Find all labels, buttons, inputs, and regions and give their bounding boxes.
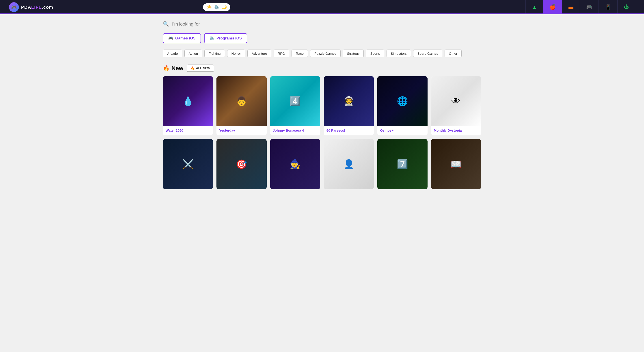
logo[interactable]: 🎮 PDALIFE.com bbox=[9, 2, 53, 12]
game-card-game10[interactable]: 👤 bbox=[324, 139, 374, 189]
genre-btn-action[interactable]: Action bbox=[184, 50, 202, 57]
game-thumb-johnny-bonasera-4: 4️⃣ bbox=[270, 76, 320, 126]
games-row-1: 💧Water 2050👨Yesterday4️⃣Johnny Bonasera … bbox=[163, 76, 481, 135]
genre-btn-fighting[interactable]: Fighting bbox=[204, 50, 225, 57]
game-title-monthly-dystopia: Monthly Dystopia bbox=[431, 126, 481, 135]
game-card-johnny-bonasera-4[interactable]: 4️⃣Johnny Bonasera 4 bbox=[270, 76, 320, 135]
mobile-icon: 📱 bbox=[605, 4, 611, 10]
game-card-game8[interactable]: 🎯 bbox=[216, 139, 266, 189]
playstation-nav[interactable]: 🎮 bbox=[580, 0, 598, 14]
game-title-johnny-bonasera-4: Johnny Bonasera 4 bbox=[270, 126, 320, 135]
game-title-osmos: Osmos+ bbox=[377, 126, 427, 135]
platform-nav: ▲ 🍎 ▬ 🎮 📱 ⏻ bbox=[526, 0, 635, 14]
search-bar: 🔍 bbox=[163, 21, 481, 27]
game-thumb-game12: 📖 bbox=[431, 139, 481, 189]
xbox-icon: ▬ bbox=[568, 4, 574, 10]
game-card-game12[interactable]: 📖 bbox=[431, 139, 481, 189]
all-new-button[interactable]: 🔥 ALL NEW bbox=[187, 65, 214, 72]
genre-btn-puzzle-games[interactable]: Puzzle Games bbox=[310, 50, 340, 57]
game-thumb-game8: 🎯 bbox=[216, 139, 266, 189]
game-thumb-monthly-dystopia: 👁 bbox=[431, 76, 481, 126]
genre-btn-horror[interactable]: Horror bbox=[227, 50, 245, 57]
genre-btn-strategy[interactable]: Strategy bbox=[343, 50, 364, 57]
apple-icon: 🍎 bbox=[550, 4, 556, 10]
game-thumb-game9: 🧙 bbox=[270, 139, 320, 189]
logo-icon: 🎮 bbox=[9, 2, 19, 12]
main-content: 🔍 🎮 Games iOS ⚙️ Programs iOS ArcadeActi… bbox=[154, 14, 490, 200]
game-card-yesterday[interactable]: 👨Yesterday bbox=[216, 76, 266, 135]
game-card-60-parsecs[interactable]: 👨‍🚀60 Parsecs! bbox=[324, 76, 374, 135]
game-thumb-game10: 👤 bbox=[324, 139, 374, 189]
login-nav[interactable]: ⏻ bbox=[617, 0, 635, 14]
new-section-title: 🔥 New bbox=[163, 65, 183, 72]
fire-icon: 🔥 bbox=[163, 65, 170, 71]
genre-btn-simulators[interactable]: Simulators bbox=[386, 50, 411, 57]
programs-ios-tab[interactable]: ⚙️ Programs iOS bbox=[204, 33, 247, 43]
programs-ios-icon: ⚙️ bbox=[210, 36, 214, 41]
login-icon: ⏻ bbox=[624, 4, 629, 10]
game-thumb-osmos: 🌐 bbox=[377, 76, 427, 126]
search-input[interactable] bbox=[172, 22, 262, 27]
apple-nav[interactable]: 🍎 bbox=[543, 0, 562, 14]
header: 🎮 PDALIFE.com ☀️ ⚙️ 🌙 ▲ 🍎 ▬ 🎮 📱 ⏻ bbox=[0, 0, 644, 14]
theme-toggle[interactable]: ☀️ ⚙️ 🌙 bbox=[203, 3, 230, 11]
search-icon: 🔍 bbox=[163, 21, 169, 27]
moon-icon: 🌙 bbox=[222, 5, 227, 10]
games-ios-tab[interactable]: 🎮 Games iOS bbox=[163, 33, 201, 43]
mobile-nav[interactable]: 📱 bbox=[598, 0, 617, 14]
xbox-nav[interactable]: ▬ bbox=[562, 0, 580, 14]
game-thumb-game7: ⚔️ bbox=[163, 139, 213, 189]
genre-btn-race[interactable]: Race bbox=[292, 50, 308, 57]
genre-btn-other[interactable]: Other bbox=[444, 50, 462, 57]
playstation-icon: 🎮 bbox=[586, 4, 592, 10]
game-card-water-2050[interactable]: 💧Water 2050 bbox=[163, 76, 213, 135]
game-card-monthly-dystopia[interactable]: 👁Monthly Dystopia bbox=[431, 76, 481, 135]
category-tabs: 🎮 Games iOS ⚙️ Programs iOS bbox=[163, 33, 481, 43]
game-title-water-2050: Water 2050 bbox=[163, 126, 213, 135]
game-thumb-yesterday: 👨 bbox=[216, 76, 266, 126]
game-thumb-60-parsecs: 👨‍🚀 bbox=[324, 76, 374, 126]
game-title-yesterday: Yesterday bbox=[216, 126, 266, 135]
android-icon: ▲ bbox=[532, 4, 537, 10]
game-card-game9[interactable]: 🧙 bbox=[270, 139, 320, 189]
game-card-game11[interactable]: 7️⃣ bbox=[377, 139, 427, 189]
programs-ios-label: Programs iOS bbox=[216, 36, 242, 41]
genre-btn-arcade[interactable]: Arcade bbox=[163, 50, 182, 57]
games-ios-icon: 🎮 bbox=[168, 36, 173, 41]
genre-filter: ArcadeActionFightingHorrorAdventureRPGRa… bbox=[163, 50, 481, 57]
new-section-header: 🔥 New 🔥 ALL NEW bbox=[163, 65, 481, 72]
game-title-60-parsecs: 60 Parsecs! bbox=[324, 126, 374, 135]
game-card-osmos[interactable]: 🌐Osmos+ bbox=[377, 76, 427, 135]
android-nav[interactable]: ▲ bbox=[526, 0, 543, 14]
sun-icon: ☀️ bbox=[206, 5, 212, 10]
games-ios-label: Games iOS bbox=[175, 36, 196, 41]
game-card-game7[interactable]: ⚔️ bbox=[163, 139, 213, 189]
game-thumb-water-2050: 💧 bbox=[163, 76, 213, 126]
genre-btn-adventure[interactable]: Adventure bbox=[248, 50, 271, 57]
genre-btn-rpg[interactable]: RPG bbox=[274, 50, 290, 57]
gear-icon: ⚙️ bbox=[214, 5, 219, 10]
logo-text: PDALIFE.com bbox=[21, 5, 53, 10]
games-row-2: ⚔️🎯🧙👤7️⃣📖 bbox=[163, 139, 481, 189]
genre-btn-board-games[interactable]: Board Games bbox=[413, 50, 442, 57]
genre-btn-sports[interactable]: Sports bbox=[366, 50, 384, 57]
all-new-fire-icon: 🔥 bbox=[191, 66, 194, 70]
game-thumb-game11: 7️⃣ bbox=[377, 139, 427, 189]
